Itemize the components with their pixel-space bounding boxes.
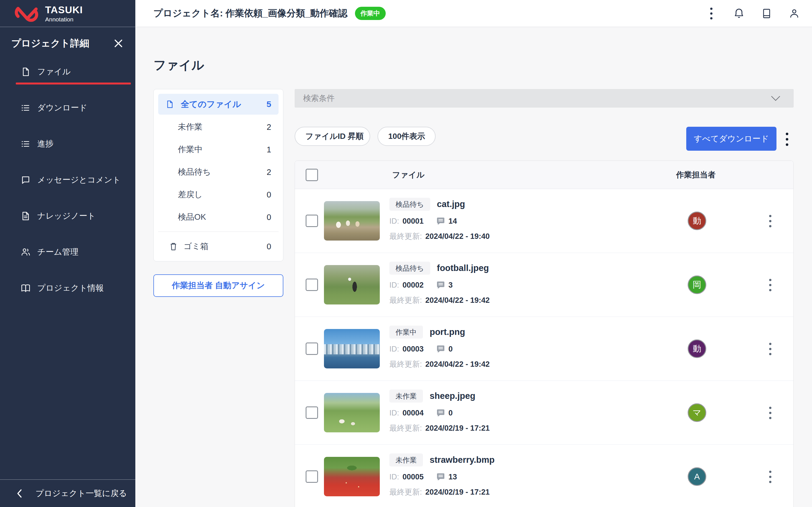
filter-label: 未作業 xyxy=(178,121,202,133)
comment-count: 13 xyxy=(449,473,457,482)
file-id: 00004 xyxy=(403,409,424,417)
filter-trash[interactable]: ゴミ箱 0 xyxy=(154,235,283,258)
header-icons xyxy=(705,7,801,20)
updated-label: 最終更新: xyxy=(389,423,422,433)
bell-icon[interactable] xyxy=(732,7,746,20)
brand-text: TASUKI Annotation xyxy=(45,5,83,22)
status-badge: 未作業 xyxy=(389,453,423,466)
note-icon xyxy=(20,211,31,221)
avatar-text: 動 xyxy=(693,215,701,227)
sidebar-item-knowledge[interactable]: ナレッジノート xyxy=(0,205,135,227)
page-title: ファイル xyxy=(153,57,204,73)
assignee-avatar[interactable]: 動 xyxy=(688,339,706,358)
table-row: 未作業 sheep.jpeg ID: 00004 0 最終更新: 2024/02… xyxy=(295,381,794,445)
table-body: 検品待ち cat.jpg ID: 00001 14 最終更新: 2024/04/… xyxy=(295,189,794,507)
assignee-avatar[interactable]: 岡 xyxy=(688,276,706,294)
file-name[interactable]: cat.jpg xyxy=(437,199,465,209)
file-thumbnail[interactable] xyxy=(324,265,380,304)
file-thumbnail[interactable] xyxy=(324,457,380,496)
sidebar: TASUKI Annotation プロジェクト詳細 ファイル ダウンロード xyxy=(0,0,135,507)
select-all-checkbox[interactable] xyxy=(306,169,318,181)
id-label: ID: xyxy=(389,409,399,417)
sidebar-title: プロジェクト詳細 xyxy=(11,37,89,50)
file-info: 検品待ち cat.jpg ID: 00001 14 最終更新: 2024/04/… xyxy=(389,189,668,253)
updated-value: 2024/04/22 - 19:42 xyxy=(425,296,490,305)
file-thumbnail[interactable] xyxy=(324,393,380,432)
assignee-avatar[interactable]: マ xyxy=(688,403,706,422)
comment-icon xyxy=(436,217,445,225)
file-name[interactable]: sheep.jpeg xyxy=(430,391,475,401)
row-menu-button[interactable] xyxy=(765,469,775,485)
sidebar-item-label: プロジェクト情報 xyxy=(37,283,104,294)
header-menu-button[interactable] xyxy=(705,7,718,20)
row-menu-button[interactable] xyxy=(765,341,775,357)
comment-icon xyxy=(436,473,445,481)
column-header-assignee: 作業担当者 xyxy=(676,161,716,189)
filter-label: 差戻し xyxy=(178,189,203,200)
comment-icon xyxy=(436,409,445,417)
page-size-dropdown[interactable]: 100件表示 xyxy=(377,127,436,146)
avatar-text: マ xyxy=(693,407,702,418)
updated-value: 2024/02/19 - 17:21 xyxy=(425,424,490,433)
divider xyxy=(158,231,278,232)
back-to-projects-link[interactable]: プロジェクト一覧に戻る xyxy=(0,480,135,507)
sort-dropdown[interactable]: ファイルID 昇順 xyxy=(295,127,370,146)
filter-awaiting-review[interactable]: 検品待ち 2 xyxy=(154,161,283,183)
comment-count: 3 xyxy=(449,281,453,290)
project-title: プロジェクト名: 作業依頼_画像分類_動作確認 xyxy=(153,7,348,20)
file-thumbnail[interactable] xyxy=(324,329,380,369)
file-icon xyxy=(165,100,174,108)
row-menu-button[interactable] xyxy=(765,277,775,293)
chevron-left-icon xyxy=(16,489,23,498)
row-checkbox[interactable] xyxy=(306,215,318,227)
file-info: 未作業 strawberry.bmp ID: 00005 13 最終更新: 20… xyxy=(389,445,668,507)
download-all-button[interactable]: すべてダウンロード xyxy=(686,127,776,151)
sidebar-item-label: 進捗 xyxy=(37,138,54,150)
updated-value: 2024/04/22 - 19:42 xyxy=(425,360,490,369)
file-id: 00001 xyxy=(403,217,424,226)
filter-not-started[interactable]: 未作業 2 xyxy=(154,116,283,138)
row-checkbox[interactable] xyxy=(306,406,318,419)
row-checkbox[interactable] xyxy=(306,470,318,483)
sidebar-item-messages[interactable]: メッセージとコメント xyxy=(0,169,135,191)
assignee-avatar[interactable]: A xyxy=(688,467,706,486)
search-conditions-bar[interactable]: 検索条件 xyxy=(295,89,794,108)
close-icon[interactable] xyxy=(112,37,124,50)
comment-count: 0 xyxy=(449,345,453,353)
row-checkbox[interactable] xyxy=(306,342,318,355)
column-header-file: ファイル xyxy=(392,161,424,189)
row-checkbox[interactable] xyxy=(306,279,318,291)
filter-label: ゴミ箱 xyxy=(184,241,208,252)
file-info: 未作業 sheep.jpeg ID: 00004 0 最終更新: 2024/02… xyxy=(389,381,668,445)
filter-returned[interactable]: 差戻し 0 xyxy=(154,183,283,206)
sidebar-item-progress[interactable]: 進捗 xyxy=(0,133,135,155)
manual-book-icon[interactable] xyxy=(760,7,773,20)
avatar-text: 動 xyxy=(693,343,701,355)
file-name[interactable]: port.png xyxy=(430,327,465,337)
assignee-avatar[interactable]: 動 xyxy=(688,212,706,230)
sidebar-item-label: チーム管理 xyxy=(37,246,79,258)
filter-review-ok[interactable]: 検品OK 0 xyxy=(154,206,283,228)
file-name[interactable]: strawberry.bmp xyxy=(430,455,495,465)
file-name[interactable]: football.jpeg xyxy=(437,263,489,273)
row-menu-button[interactable] xyxy=(765,405,775,421)
sidebar-item-download[interactable]: ダウンロード xyxy=(0,97,135,119)
filter-in-progress[interactable]: 作業中 1 xyxy=(154,138,283,161)
toolbar-menu-button[interactable] xyxy=(783,131,791,148)
sidebar-item-project-info[interactable]: プロジェクト情報 xyxy=(0,277,135,299)
avatar-text: A xyxy=(694,472,700,482)
filter-all-files[interactable]: 全てのファイル 5 xyxy=(158,94,278,115)
sidebar-item-team[interactable]: チーム管理 xyxy=(0,241,135,263)
filter-count: 0 xyxy=(267,213,271,222)
file-id: 00003 xyxy=(403,345,424,353)
file-thumbnail[interactable] xyxy=(324,201,380,240)
filter-count: 0 xyxy=(267,242,271,251)
user-icon[interactable] xyxy=(788,7,801,20)
sidebar-item-files[interactable]: ファイル xyxy=(0,61,135,83)
updated-value: 2024/04/22 - 19:40 xyxy=(425,232,490,241)
status-badge: 未作業 xyxy=(389,390,423,402)
brand-title: TASUKI xyxy=(45,5,83,15)
file-icon xyxy=(20,66,31,77)
row-menu-button[interactable] xyxy=(765,213,775,229)
auto-assign-button[interactable]: 作業担当者 自動アサイン xyxy=(153,274,283,297)
